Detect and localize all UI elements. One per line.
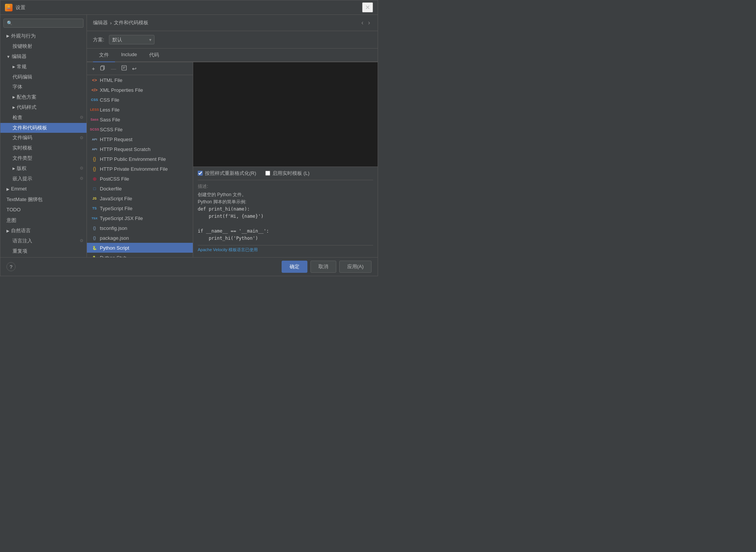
file-item-http-request[interactable]: API HTTP Request [87, 134, 193, 144]
file-item-env-pub[interactable]: {} HTTP Public Environment File [87, 154, 193, 164]
expand-arrow: ▶ [13, 64, 15, 69]
close-button[interactable]: ✕ [362, 2, 373, 13]
code-editor[interactable] [193, 62, 378, 167]
file-item-tsx[interactable]: TSX TypeScript JSX File [87, 213, 193, 223]
sidebar-item-color-scheme[interactable]: ▶ 配色方案 [0, 92, 87, 102]
sidebar-item-label: 检查 [13, 114, 22, 122]
scheme-row: 方案: 默认 [87, 31, 378, 49]
copy-template-button[interactable] [98, 64, 107, 72]
sidebar-item-lang-injection[interactable]: 语言注入 ⚙ [0, 236, 87, 246]
cancel-button[interactable]: 取消 [310, 261, 336, 273]
sidebar-item-file-types[interactable]: 文件类型 [0, 153, 87, 164]
file-item-dockerfile[interactable]: □ Dockerfile [87, 184, 193, 193]
sidebar-item-live-templates[interactable]: 实时模板 [0, 143, 87, 153]
sidebar-item-inspections[interactable]: 检查 ⚙ [0, 113, 87, 123]
help-button[interactable]: ? [6, 262, 16, 271]
sidebar-item-todo[interactable]: TODO [0, 204, 87, 215]
scss-icon: SCSS [91, 126, 98, 132]
scheme-select[interactable]: 默认 [109, 35, 154, 44]
sidebar-item-emmet[interactable]: ▶ Emmet [0, 184, 87, 194]
file-item-postcss[interactable]: ⊕ PostCSS File [87, 174, 193, 184]
sidebar-item-copyright[interactable]: ▶ 版权 ⚙ [0, 164, 87, 174]
expand-arrow: ▶ [6, 186, 9, 192]
template-button[interactable] [120, 64, 129, 72]
sidebar-item-label: 按键映射 [13, 42, 32, 50]
file-item-env-priv[interactable]: {} HTTP Private Environment File [87, 164, 193, 174]
expand-arrow: ▶ [6, 228, 9, 234]
action-buttons: 确定 取消 应用(A) [282, 261, 372, 273]
sidebar: 🔍 ▶ 外观与行为 按键映射 ▼ 编辑器 ▶ 常规 代码编辑 [0, 15, 87, 257]
reformat-checkbox[interactable]: 按照样式重新格式化(R) [198, 170, 256, 177]
sidebar-item-natural-lang[interactable]: ▶ 自然语言 [0, 225, 87, 236]
sidebar-item-general[interactable]: ▶ 常规 [0, 62, 87, 72]
sidebar-item-duplicates[interactable]: 重复项 [0, 246, 87, 256]
file-item-css[interactable]: CSS CSS File [87, 95, 193, 105]
sidebar-item-label: 重复项 [13, 247, 27, 255]
file-item-scss[interactable]: SCSS SCSS File [87, 124, 193, 134]
file-item-name: HTTP Private Environment File [100, 166, 168, 172]
settings-icon: ⚙ [80, 114, 83, 121]
sidebar-item-inlay-hints[interactable]: 嵌入提示 ⚙ [0, 174, 87, 184]
sidebar-item-label: 代码编辑 [13, 73, 32, 81]
breadcrumb-separator: › [110, 20, 112, 26]
live-template-checkbox[interactable]: 启用实时模板 (L) [265, 170, 310, 177]
sidebar-item-keymap[interactable]: 按键映射 [0, 41, 87, 52]
expand-arrow: ▶ [13, 105, 15, 110]
file-item-name: CSS File [100, 97, 119, 103]
file-item-name: Less File [100, 107, 120, 113]
file-item-http-scratch[interactable]: API HTTP Request Scratch [87, 144, 193, 154]
file-item-less[interactable]: LESS Less File [87, 105, 193, 115]
sidebar-item-appearance[interactable]: ▶ 外观与行为 [0, 31, 87, 41]
file-item-python-stub[interactable]: 🐍 Python Stub [87, 253, 193, 257]
search-box[interactable]: 🔍 [3, 19, 83, 28]
postcss-icon: ⊕ [91, 176, 98, 182]
nav-forward-button[interactable]: › [367, 19, 372, 27]
docker-icon: □ [91, 186, 98, 192]
file-item-sass[interactable]: Sass Sass File [87, 115, 193, 124]
live-template-checkbox-input[interactable] [265, 171, 270, 176]
nav-back-button[interactable]: ‹ [360, 19, 365, 27]
editor-area: + — [87, 62, 378, 257]
sidebar-item-code-editing[interactable]: 代码编辑 [0, 72, 87, 82]
file-item-name: TypeScript JSX File [100, 215, 143, 221]
sidebar-item-font[interactable]: 字体 [0, 82, 87, 92]
editor-panel: 按照样式重新格式化(R) 启用实时模板 (L) 描述: 创建空的 Python … [193, 62, 378, 257]
breadcrumb-editor: 编辑器 [93, 19, 108, 26]
reformat-checkbox-input[interactable] [198, 171, 203, 176]
expand-arrow: ▶ [6, 33, 9, 39]
ok-button[interactable]: 确定 [282, 261, 307, 273]
sidebar-item-file-templates[interactable]: 文件和代码模板 [0, 123, 87, 133]
window-title: 设置 [16, 4, 25, 11]
sidebar-item-intention[interactable]: 意图 [0, 215, 87, 226]
tsx-icon: TSX [91, 215, 98, 221]
file-item-ts[interactable]: TS TypeScript File [87, 203, 193, 213]
settings-icon: ⚙ [80, 165, 83, 172]
js-icon: JS [91, 195, 98, 201]
search-input[interactable] [14, 20, 80, 26]
tab-code[interactable]: 代码 [143, 49, 165, 62]
apply-button[interactable]: 应用(A) [339, 261, 372, 273]
file-item-html[interactable]: <> HTML File [87, 75, 193, 85]
file-item-tsconfig[interactable]: {} tsconfig.json [87, 223, 193, 233]
search-icon: 🔍 [7, 20, 13, 26]
file-item-name: JavaScript File [100, 196, 132, 201]
remove-template-button[interactable]: — [109, 65, 118, 72]
add-template-button[interactable]: + [90, 65, 97, 72]
file-item-js[interactable]: JS JavaScript File [87, 193, 193, 203]
svg-rect-1 [7, 8, 10, 9]
sidebar-item-textmate[interactable]: TextMate 捆绑包 [0, 194, 87, 205]
file-item-package[interactable]: {} package.json [87, 233, 193, 243]
bottom-bar: ? 确定 取消 应用(A) [0, 257, 378, 276]
content-area: 🔍 ▶ 外观与行为 按键映射 ▼ 编辑器 ▶ 常规 代码编辑 [0, 15, 378, 257]
sidebar-item-label: 意图 [6, 217, 16, 224]
sass-icon: Sass [91, 116, 98, 123]
tab-files[interactable]: 文件 [93, 49, 115, 62]
revert-button[interactable]: ↩ [130, 65, 139, 72]
file-item-python-script[interactable]: 🐍 Python Script [87, 243, 193, 253]
sidebar-item-editor[interactable]: ▼ 编辑器 [0, 51, 87, 62]
scheme-select-wrap: 默认 [109, 35, 154, 44]
tab-include[interactable]: Include [115, 49, 143, 62]
sidebar-item-code-style[interactable]: ▶ 代码样式 [0, 102, 87, 113]
file-item-xml[interactable]: </> XML Properties File [87, 85, 193, 95]
sidebar-item-file-encodings[interactable]: 文件编码 ⚙ [0, 133, 87, 143]
